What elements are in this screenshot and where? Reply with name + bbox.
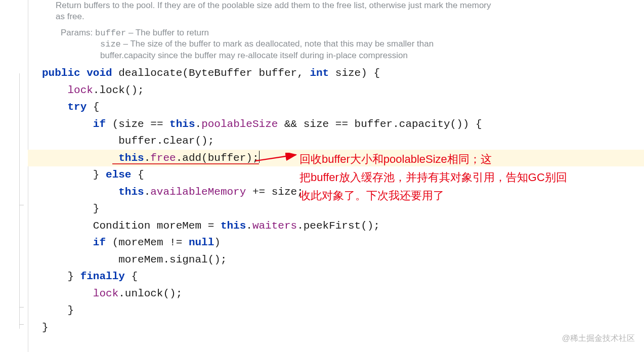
javadoc-param-size: size – The size of the buffer to mark as… <box>100 38 464 61</box>
code-line[interactable]: } <box>28 302 644 319</box>
code-line[interactable]: lock.unlock(); <box>28 285 644 302</box>
code-line[interactable]: } <box>28 319 644 336</box>
annotation-line: 回收buffer大小和poolableSize相同；这 <box>299 150 492 168</box>
code-line[interactable]: buffer.clear(); <box>28 133 644 150</box>
code-line[interactable]: moreMem.signal(); <box>28 251 644 269</box>
code-line[interactable]: if (size == this.poolableSize && size ==… <box>28 116 644 133</box>
code-line[interactable]: } finally { <box>28 268 644 285</box>
code-line[interactable]: if (moreMem != null) <box>28 234 644 251</box>
error-squiggle: this.free.add(buffer); <box>112 153 259 164</box>
code-line[interactable]: lock.lock(); <box>28 82 644 99</box>
watermark: @稀土掘金技术社区 <box>562 333 635 344</box>
javadoc-params-label: Params: buffer – The buffer to return <box>61 27 209 39</box>
code-line[interactable]: Condition moreMem = this.waiters.peekFir… <box>28 217 644 235</box>
code-line[interactable]: try { <box>28 99 644 116</box>
code-line[interactable]: public void deallocate(ByteBuffer buffer… <box>28 65 644 82</box>
fold-marker[interactable] <box>15 124 24 209</box>
annotation-line: 把buffer放入缓存池，并持有其对象引用，告知GC别回 <box>299 168 567 187</box>
code-editor: Return buffers to the pool. If they are … <box>0 0 644 352</box>
gutter <box>0 0 28 352</box>
javadoc-summary: Return buffers to the pool. If they are … <box>56 0 496 22</box>
text-caret <box>259 151 260 163</box>
annotation-line: 收此对象了。下次我还要用了 <box>299 187 444 205</box>
